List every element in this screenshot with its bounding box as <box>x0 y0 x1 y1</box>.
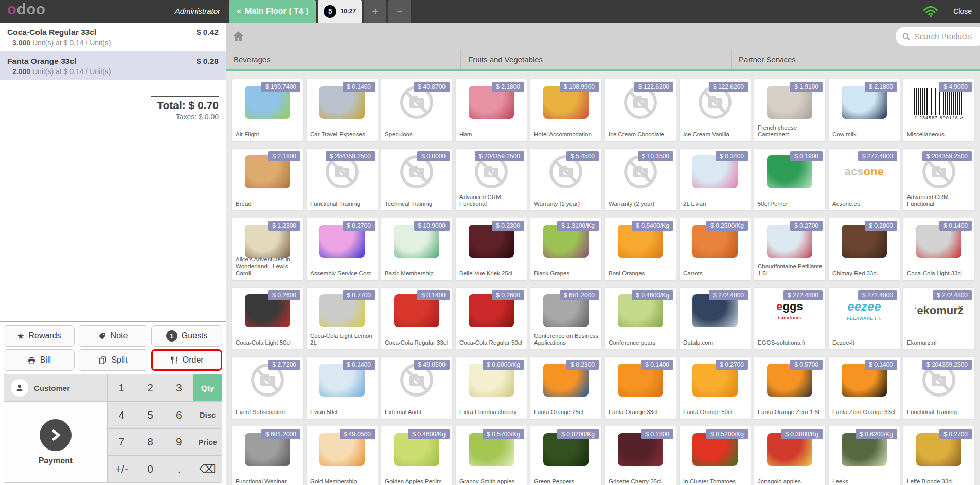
product-tile[interactable]: $ 1.9100 French cheese Camembert <box>754 79 826 141</box>
product-tile[interactable]: $ 0.2800 Grisette Cherry 25cl <box>604 426 676 485</box>
wifi-status-icon[interactable] <box>916 0 945 23</box>
numpad-key-9[interactable]: 9 <box>165 429 193 456</box>
product-tile[interactable]: $ 0.8200/Kg Green Peppers <box>530 426 602 485</box>
numpad-key-0[interactable]: 0 <box>136 456 165 482</box>
search-input[interactable] <box>915 32 976 41</box>
product-tile[interactable]: $ 0.5200/Kg In Cluster Tomatoes <box>679 426 751 485</box>
product-tile[interactable]: $ 108.9900 Hotel Accommodation <box>530 79 602 141</box>
numpad-key-4[interactable]: 4 <box>108 402 136 428</box>
product-tile[interactable]: $ 49.0500 Gold Membership <box>306 426 378 485</box>
product-tile[interactable]: $ 0.1400 Car Travel Expenses <box>306 79 378 141</box>
category-tab-beverages[interactable]: Beverages <box>226 49 461 69</box>
product-tile[interactable]: $ 0.5400/Kg Boni Oranges <box>604 218 676 280</box>
product-tile[interactable]: $ 0.1900 50cl Perrier <box>754 148 826 211</box>
product-tile[interactable]: $ 40.8700 Speculoos <box>381 79 453 141</box>
product-tile[interactable]: $ 0.5700 Fanta Orange Zero 1.5L <box>754 356 826 419</box>
product-tile[interactable]: $ 272.4800 eezeeFLEXWARE I.T. Eezee-It <box>828 287 900 350</box>
tab-main-floor[interactable]: «Main Floor ( T4 ) <box>229 0 316 23</box>
product-tile[interactable]: $ 272.4800 eggs/solutions EGGS-solutions… <box>754 287 826 350</box>
numpad-key-1[interactable]: 1 <box>108 374 136 401</box>
order-line[interactable]: Coca-Cola Regular 33cl $ 0.42 3.000 Unit… <box>0 23 226 51</box>
close-button[interactable]: Close <box>945 0 980 23</box>
product-tile[interactable]: $ 10.9000 Basic Membership <box>381 218 453 280</box>
numpad-key-backspace[interactable]: ⌫ <box>193 456 222 482</box>
product-tile[interactable]: $ 0.2800 Chimay Red 33cl <box>828 218 900 280</box>
product-tile[interactable]: $ 0.2300 Belle-Vue Kriek 25cl <box>455 218 527 280</box>
product-tile[interactable]: $ 0.4600/Kg Golden Apples Perlim <box>381 426 453 485</box>
numpad-key-5[interactable]: 5 <box>136 402 165 428</box>
product-tile[interactable]: $ 0.1400 Coca-Cola Light 33cl <box>903 218 975 280</box>
product-tile[interactable]: $ 0.2700 Assembly Service Cost <box>306 218 378 280</box>
product-tile[interactable]: $ 1.3100/Kg Black Grapes <box>530 218 602 280</box>
product-tile[interactable]: $ 5.4500 Warranty (1 year) <box>530 148 602 211</box>
product-tile[interactable]: $ 0.7700 Coca-Cola Light Lemon 2L <box>306 287 378 350</box>
product-tile[interactable]: $ 681.2000 Conference on Business Applic… <box>530 287 602 350</box>
category-tab-fruits-and-vegetables[interactable]: Fruits and Vegetables <box>461 49 732 69</box>
split-button[interactable]: Split <box>78 349 149 371</box>
product-tile[interactable]: $ 2.1800 Ham <box>455 79 527 141</box>
product-tile[interactable]: $ 49.0500 External Audit <box>381 356 453 419</box>
product-tile[interactable]: $ 0.1400 Coca-Cola Regular 33cl <box>381 287 453 350</box>
product-tile[interactable]: $ 681.2000 Functional Webinar <box>231 426 304 485</box>
numpad-key-+/-[interactable]: +/- <box>108 456 136 482</box>
numpad-key-8[interactable]: 8 <box>136 429 165 456</box>
product-tile[interactable]: $ 0.3000/Kg Jonagold apples <box>754 426 826 485</box>
product-tile[interactable]: $ 2.7200 Event Subscription <box>231 356 304 419</box>
product-tile[interactable]: $ 272.4800 'ekomurž Ekomurz.nl <box>903 287 975 350</box>
order-line[interactable]: Fanta Orange 33cl $ 0.28 2.000 Unit(s) a… <box>0 51 226 80</box>
product-tile[interactable]: $ 204359.2500 Advanced CRM Functional <box>455 148 527 211</box>
category-tab-partner-services[interactable]: Partner Services <box>732 49 980 69</box>
product-tile[interactable]: $ 0.2600 Coca-Cola Light 50cl <box>231 287 304 350</box>
product-tile[interactable]: $ 0.4600/Kg Conference pears <box>604 287 676 350</box>
product-tile[interactable]: $ 1.2300 Alice's Adventures in Wonderlan… <box>231 218 304 280</box>
product-name: Golden Apples Perlim <box>385 478 450 485</box>
remove-order-button[interactable]: − <box>388 0 411 23</box>
product-price-badge: $ 204359.2500 <box>326 151 375 161</box>
note-button[interactable]: Note <box>78 325 149 347</box>
product-tile[interactable]: $ 204359.2500 Advanced CRM Functional <box>903 148 975 211</box>
product-tile[interactable]: $ 122.6200 Ice Cream Vanilla <box>679 79 751 141</box>
product-tile[interactable]: $ 122.6200 Ice Cream Chocolate <box>604 79 676 141</box>
product-tile[interactable]: $ 204359.2500 Functional Training <box>306 148 378 211</box>
product-tile[interactable]: $ 0.0000 Technical Training <box>381 148 453 211</box>
product-tile[interactable]: $ 272.4800 Datalp.com <box>679 287 751 350</box>
product-tile[interactable]: $ 0.5700/Kg Granny Smith apples <box>455 426 527 485</box>
numpad-key-3[interactable]: 3 <box>165 374 193 401</box>
rewards-button[interactable]: ★ Rewards <box>4 325 75 347</box>
product-tile[interactable]: $ 10.3500 Warranty (2 year) <box>604 148 676 211</box>
home-category-button[interactable] <box>226 23 250 49</box>
product-tile[interactable]: $ 2.1800 Cow milk <box>828 79 900 141</box>
guests-button[interactable]: 1 Guests <box>151 325 222 347</box>
product-tile[interactable]: $ 0.1400 Evian 50cl <box>306 356 378 419</box>
product-tile[interactable]: $ 0.2700 Chaudfontaine Petillante 1.5l <box>754 218 826 280</box>
numpad-key-qty[interactable]: Qty <box>193 374 222 401</box>
product-tile[interactable]: $ 0.2700 Fanta Orange 50cl <box>679 356 751 419</box>
product-tile[interactable]: $ 0.2500/Kg Carrots <box>679 218 751 280</box>
product-tile[interactable]: $ 204359.2500 Functional Training <box>903 356 975 419</box>
numpad-key-2[interactable]: 2 <box>136 374 165 401</box>
product-tile[interactable]: $ 272.4800 acsone Acsone.eu <box>828 148 900 211</box>
numpad-key-price[interactable]: Price <box>193 429 222 456</box>
product-tile[interactable]: $ 0.6000/Kg Extra Flandria chicory <box>455 356 527 419</box>
tab-current-order[interactable]: 5 10:27 <box>318 0 362 23</box>
product-price-badge: $ 272.4800 <box>933 290 972 300</box>
product-tile[interactable]: $ 2.1800 Bread <box>231 148 304 211</box>
product-tile[interactable]: $ 0.2300 Fanta Orange 25cl <box>530 356 602 419</box>
payment-button[interactable]: Payment <box>4 402 107 482</box>
add-order-button[interactable]: + <box>364 0 386 23</box>
numpad-key-disc[interactable]: Disc <box>193 402 222 428</box>
product-tile[interactable]: $ 0.2600 Coca-Cola Regular 50cl <box>455 287 527 350</box>
numpad-key-7[interactable]: 7 <box>108 429 136 456</box>
product-tile[interactable]: $ 0.6200/Kg Leeks <box>828 426 900 485</box>
product-tile[interactable]: $ 0.2700 Leffe Blonde 33cl <box>903 426 975 485</box>
customer-button[interactable]: Customer <box>4 374 107 401</box>
bill-button[interactable]: Bill <box>4 349 75 371</box>
product-tile[interactable]: $ 0.1400 Fanta Orange 33cl <box>604 356 676 419</box>
product-tile[interactable]: $ 4.9000 1 234567 890128 > Miscellaneous <box>903 79 975 141</box>
order-button[interactable]: Order <box>151 349 222 371</box>
numpad-key-.[interactable]: . <box>165 456 193 482</box>
product-tile[interactable]: $ 190.7400 Air Flight <box>231 79 304 141</box>
numpad-key-6[interactable]: 6 <box>165 402 193 428</box>
product-tile[interactable]: $ 0.1400 Fanta Zero Orange 33cl <box>828 356 900 419</box>
product-tile[interactable]: $ 0.3400 2L Evian <box>679 148 751 211</box>
